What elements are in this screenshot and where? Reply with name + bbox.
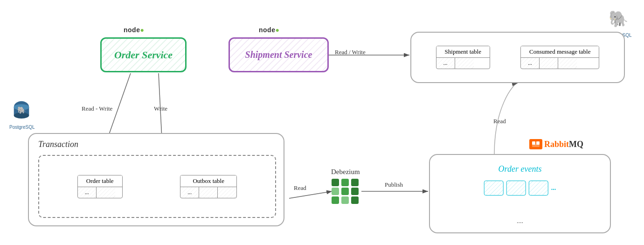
dashed-inner-box: Order table ... Outbox table ... [38, 155, 276, 218]
svg-rect-15 [532, 144, 540, 147]
read-write-label-top: Read / Write [335, 49, 366, 56]
debezium-sq-3 [351, 179, 359, 186]
debezium-sq-4 [332, 188, 339, 195]
transaction-label: Transaction [38, 140, 78, 149]
order-service-label: Order Service [114, 49, 173, 61]
debezium-block: Debezium [331, 168, 360, 204]
consumed-table-cell-2 [540, 58, 558, 69]
shipment-service-box: Shipment Service [229, 37, 329, 72]
order-table-header: Order table [78, 175, 122, 187]
database-top-box: Shipment table ... Consumed message tabl… [410, 32, 625, 83]
debezium-icon [332, 179, 360, 204]
debezium-sq-1 [332, 179, 339, 186]
queue-dots: ... [551, 184, 556, 192]
consumed-message-table-header: Consumed message table [521, 46, 599, 58]
debezium-sq-7 [332, 196, 339, 204]
queue-item-1 [484, 181, 504, 196]
outbox-table-block: Outbox table ... [180, 175, 237, 198]
debezium-sq-6 [351, 188, 359, 195]
debezium-sq-2 [341, 179, 349, 186]
transaction-box: Transaction Order table ... Outbox table… [28, 133, 284, 226]
shipment-table-cells: ... [436, 58, 490, 69]
outbox-table-cell-2 [199, 187, 218, 198]
svg-text:🐘: 🐘 [17, 106, 26, 114]
consumed-message-table-cells: ... [521, 58, 599, 69]
svg-rect-13 [532, 141, 535, 145]
outbox-table-cell-1: ... [180, 187, 199, 198]
order-table-cells: ... [78, 187, 122, 198]
shipment-table-block: Shipment table ... [436, 46, 490, 69]
queue-items: ... [484, 181, 556, 196]
order-table-cell-2 [97, 187, 115, 198]
read-label-rabbitmq: Read [493, 118, 506, 125]
outbox-table-cell-3 [218, 187, 236, 198]
nodejs-label-order: node● [124, 26, 144, 34]
write-label-order: Write [154, 105, 167, 112]
debezium-label: Debezium [331, 168, 360, 176]
svg-text:🐘: 🐘 [609, 9, 629, 28]
debezium-sq-8 [341, 196, 349, 204]
queue-item-2 [506, 181, 526, 196]
queue-item-3 [529, 181, 548, 196]
shipment-service-label: Shipment Service [245, 49, 312, 60]
publish-label: Publish [385, 181, 403, 189]
main-diagram: 🐘 PostgreSQL 🐘 PostgreSQL node● Order Se… [0, 0, 644, 245]
rabbitmq-logo: RabbitMQ [529, 139, 583, 149]
order-table-cell-1: ... [78, 187, 97, 198]
rabbitmq-bottom-dots: .... [517, 217, 523, 225]
rabbitmq-queue-box: Order events ... .... [429, 154, 611, 233]
nodejs-label-shipment: node● [259, 26, 279, 34]
consumed-table-cell-1: ... [521, 58, 540, 69]
read-write-label-order: Read - Write [82, 105, 112, 112]
outbox-table-cells: ... [180, 187, 236, 198]
svg-rect-14 [536, 141, 540, 145]
consumed-table-cell-3 [558, 58, 577, 69]
shipment-table-cell-2 [455, 58, 474, 69]
read-label-outbox: Read [294, 184, 306, 192]
consumed-message-table-block: Consumed message table ... [520, 46, 599, 69]
shipment-table-cell-1: ... [436, 58, 455, 69]
shipment-table-header: Shipment table [436, 46, 490, 58]
postgresql-icon-left: 🐘 PostgreSQL [9, 100, 35, 130]
outbox-table-header: Outbox table [180, 175, 236, 187]
postgresql-label-left: PostgreSQL [9, 125, 35, 130]
order-table-block: Order table ... [77, 175, 123, 198]
svg-line-5 [289, 191, 332, 198]
debezium-sq-9 [351, 196, 359, 204]
order-service-box: Order Service [100, 37, 187, 72]
order-events-label: Order events [499, 164, 542, 174]
debezium-sq-5 [341, 188, 349, 195]
rabbitmq-text: RabbitMQ [544, 140, 583, 149]
rabbitmq-icon [529, 139, 542, 149]
